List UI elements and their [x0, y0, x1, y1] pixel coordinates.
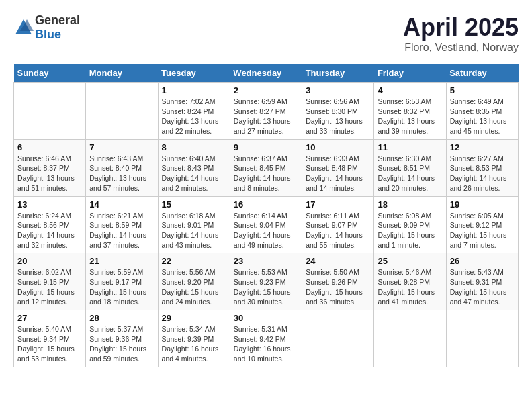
title-block: April 2025 Floro, Vestland, Norway [403, 13, 519, 54]
day-number: 13 [17, 199, 82, 210]
weekday-header-tuesday: Tuesday [158, 64, 230, 83]
day-cell: 12Sunrise: 6:27 AMSunset: 8:53 PMDayligh… [446, 139, 518, 196]
day-detail: Sunrise: 6:53 AMSunset: 8:32 PMDaylight:… [378, 97, 442, 136]
day-number: 19 [450, 199, 515, 210]
day-detail: Sunrise: 6:21 AMSunset: 8:59 PMDaylight:… [89, 211, 154, 250]
day-number: 9 [234, 142, 298, 152]
logo-blue: Blue [35, 28, 61, 41]
day-number: 27 [17, 313, 82, 323]
day-cell: 28Sunrise: 5:37 AMSunset: 9:36 PMDayligh… [86, 310, 158, 367]
day-number: 6 [17, 142, 82, 152]
day-detail: Sunrise: 6:08 AMSunset: 9:09 PMDaylight:… [378, 211, 442, 250]
day-cell: 25Sunrise: 5:46 AMSunset: 9:28 PMDayligh… [374, 253, 446, 310]
day-cell: 1Sunrise: 7:02 AMSunset: 8:24 PMDaylight… [158, 83, 230, 140]
day-cell [374, 310, 446, 367]
calendar-table: SundayMondayTuesdayWednesdayThursdayFrid… [13, 64, 519, 367]
day-cell [446, 310, 518, 367]
logo-general: General [35, 13, 80, 27]
day-cell: 18Sunrise: 6:08 AMSunset: 9:09 PMDayligh… [374, 196, 446, 253]
day-cell: 6Sunrise: 6:46 AMSunset: 8:37 PMDaylight… [14, 139, 86, 196]
location-title: Floro, Vestland, Norway [403, 42, 519, 54]
day-number: 16 [234, 199, 298, 210]
weekday-header-saturday: Saturday [446, 64, 518, 83]
day-number: 22 [162, 256, 226, 266]
day-number: 2 [234, 85, 298, 95]
day-number: 15 [162, 199, 226, 210]
day-detail: Sunrise: 6:14 AMSunset: 9:04 PMDaylight:… [234, 211, 298, 250]
day-detail: Sunrise: 5:59 AMSunset: 9:17 PMDaylight:… [89, 267, 154, 307]
day-cell [302, 310, 374, 367]
day-detail: Sunrise: 6:59 AMSunset: 8:27 PMDaylight:… [234, 97, 298, 136]
day-detail: Sunrise: 6:30 AMSunset: 8:51 PMDaylight:… [378, 154, 442, 193]
day-number: 20 [17, 256, 82, 266]
day-detail: Sunrise: 5:34 AMSunset: 9:39 PMDaylight:… [162, 324, 226, 364]
day-cell: 5Sunrise: 6:49 AMSunset: 8:35 PMDaylight… [446, 83, 518, 140]
day-number: 29 [162, 313, 226, 323]
day-cell: 10Sunrise: 6:33 AMSunset: 8:48 PMDayligh… [302, 139, 374, 196]
day-detail: Sunrise: 6:02 AMSunset: 9:15 PMDaylight:… [17, 267, 82, 307]
day-number: 12 [450, 142, 515, 152]
day-number: 1 [162, 85, 226, 95]
day-number: 23 [234, 256, 298, 266]
day-number: 18 [378, 199, 442, 210]
day-cell: 7Sunrise: 6:43 AMSunset: 8:40 PMDaylight… [86, 139, 158, 196]
day-detail: Sunrise: 5:37 AMSunset: 9:36 PMDaylight:… [89, 324, 154, 364]
day-number: 14 [89, 199, 154, 210]
day-cell: 13Sunrise: 6:24 AMSunset: 8:56 PMDayligh… [14, 196, 86, 253]
day-cell: 17Sunrise: 6:11 AMSunset: 9:07 PMDayligh… [302, 196, 374, 253]
weekday-header-row: SundayMondayTuesdayWednesdayThursdayFrid… [14, 64, 519, 83]
weekday-header-thursday: Thursday [302, 64, 374, 83]
day-detail: Sunrise: 6:46 AMSunset: 8:37 PMDaylight:… [17, 154, 82, 193]
day-number: 11 [378, 142, 442, 152]
day-detail: Sunrise: 5:46 AMSunset: 9:28 PMDaylight:… [378, 267, 442, 307]
day-number: 4 [378, 85, 442, 95]
day-cell: 8Sunrise: 6:40 AMSunset: 8:43 PMDaylight… [158, 139, 230, 196]
day-number: 8 [162, 142, 226, 152]
day-detail: Sunrise: 6:11 AMSunset: 9:07 PMDaylight:… [306, 211, 370, 250]
day-number: 26 [450, 256, 515, 266]
day-detail: Sunrise: 5:53 AMSunset: 9:23 PMDaylight:… [234, 267, 298, 307]
day-detail: Sunrise: 6:33 AMSunset: 8:48 PMDaylight:… [306, 154, 370, 193]
month-title: April 2025 [403, 13, 519, 42]
day-cell: 20Sunrise: 6:02 AMSunset: 9:15 PMDayligh… [14, 253, 86, 310]
day-cell: 3Sunrise: 6:56 AMSunset: 8:30 PMDaylight… [302, 83, 374, 140]
day-detail: Sunrise: 5:50 AMSunset: 9:26 PMDaylight:… [306, 267, 370, 307]
day-detail: Sunrise: 6:40 AMSunset: 8:43 PMDaylight:… [162, 154, 226, 193]
day-cell: 14Sunrise: 6:21 AMSunset: 8:59 PMDayligh… [86, 196, 158, 253]
day-detail: Sunrise: 6:24 AMSunset: 8:56 PMDaylight:… [17, 211, 82, 250]
day-number: 5 [450, 85, 515, 95]
day-detail: Sunrise: 7:02 AMSunset: 8:24 PMDaylight:… [162, 97, 226, 136]
day-number: 24 [306, 256, 370, 266]
week-row-3: 13Sunrise: 6:24 AMSunset: 8:56 PMDayligh… [14, 196, 519, 253]
day-cell: 29Sunrise: 5:34 AMSunset: 9:39 PMDayligh… [158, 310, 230, 367]
week-row-1: 1Sunrise: 7:02 AMSunset: 8:24 PMDaylight… [14, 83, 519, 140]
day-cell: 23Sunrise: 5:53 AMSunset: 9:23 PMDayligh… [230, 253, 302, 310]
weekday-header-friday: Friday [374, 64, 446, 83]
day-cell: 9Sunrise: 6:37 AMSunset: 8:45 PMDaylight… [230, 139, 302, 196]
day-detail: Sunrise: 5:43 AMSunset: 9:31 PMDaylight:… [450, 267, 515, 307]
day-number: 25 [378, 256, 442, 266]
day-detail: Sunrise: 6:18 AMSunset: 9:01 PMDaylight:… [162, 211, 226, 250]
weekday-header-monday: Monday [86, 64, 158, 83]
day-detail: Sunrise: 6:43 AMSunset: 8:40 PMDaylight:… [89, 154, 154, 193]
day-cell: 21Sunrise: 5:59 AMSunset: 9:17 PMDayligh… [86, 253, 158, 310]
day-detail: Sunrise: 6:05 AMSunset: 9:12 PMDaylight:… [450, 211, 515, 250]
day-cell: 15Sunrise: 6:18 AMSunset: 9:01 PMDayligh… [158, 196, 230, 253]
day-detail: Sunrise: 6:37 AMSunset: 8:45 PMDaylight:… [234, 154, 298, 193]
day-cell: 27Sunrise: 5:40 AMSunset: 9:34 PMDayligh… [14, 310, 86, 367]
logo: General Blue [13, 13, 80, 42]
logo-icon [13, 17, 34, 38]
weekday-header-wednesday: Wednesday [230, 64, 302, 83]
day-number: 28 [89, 313, 154, 323]
day-cell [14, 83, 86, 140]
day-cell [86, 83, 158, 140]
week-row-5: 27Sunrise: 5:40 AMSunset: 9:34 PMDayligh… [14, 310, 519, 367]
day-cell: 19Sunrise: 6:05 AMSunset: 9:12 PMDayligh… [446, 196, 518, 253]
weekday-header-sunday: Sunday [14, 64, 86, 83]
day-number: 21 [89, 256, 154, 266]
page-header: General Blue April 2025 Floro, Vestland,… [13, 13, 519, 54]
week-row-2: 6Sunrise: 6:46 AMSunset: 8:37 PMDaylight… [14, 139, 519, 196]
day-cell: 22Sunrise: 5:56 AMSunset: 9:20 PMDayligh… [158, 253, 230, 310]
day-detail: Sunrise: 6:49 AMSunset: 8:35 PMDaylight:… [450, 97, 515, 136]
day-cell: 11Sunrise: 6:30 AMSunset: 8:51 PMDayligh… [374, 139, 446, 196]
